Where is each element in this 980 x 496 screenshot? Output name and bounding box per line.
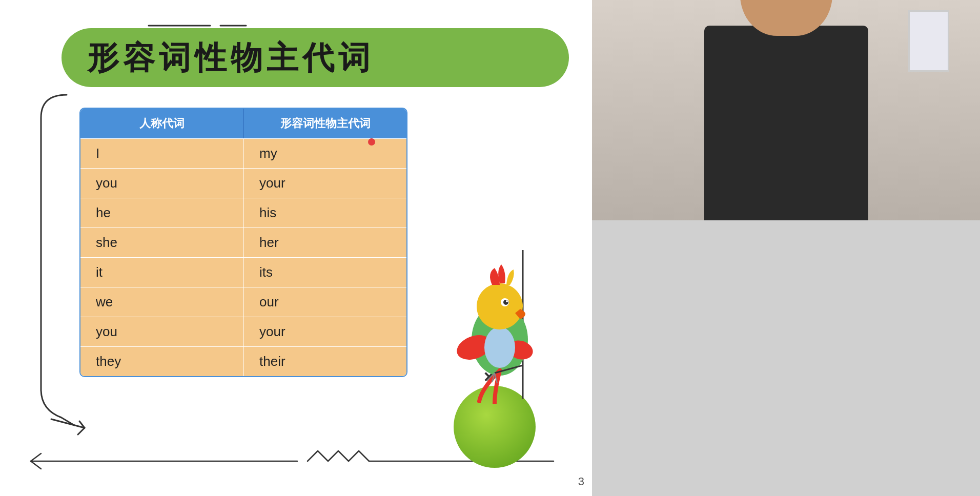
possessive-cell: his [244,198,406,228]
svg-line-3 [79,421,85,428]
svg-point-14 [503,300,508,305]
table-row: youyour [80,168,406,198]
pronoun-cell: he [80,198,244,228]
table-row: youyour [80,317,406,346]
table-row: itits [80,257,406,287]
pronoun-cell: we [80,287,244,317]
video-panel: 😊 [592,0,980,496]
pronoun-table: 人称代词 形容词性物主代词 Imyyouyourhehissheheritits… [79,108,407,377]
table-header: 人称代词 形容词性物主代词 [80,109,406,138]
svg-point-12 [477,283,523,329]
title-banner: 形容词性物主代词 [62,28,569,87]
pronoun-cell: it [80,258,244,287]
pronoun-cell: you [80,317,244,346]
video-feed: 😊 [592,0,980,220]
slide-area: 形容词性物主代词 人称代词 形容词性物主代词 Imyyouyourhehissh… [0,0,592,496]
table-body: Imyyouyourhehissheherititsweouryouyourth… [80,138,406,376]
pronoun-cell: she [80,228,244,257]
svg-line-6 [31,453,41,461]
col1-header: 人称代词 [80,109,244,138]
possessive-cell: its [244,258,406,287]
col2-header: 形容词性物主代词 [244,109,406,138]
possessive-cell: their [244,347,406,376]
parrot-illustration [420,240,564,404]
table-row: sheher [80,228,406,257]
page-number: 3 [578,475,584,488]
table-row: Imy [80,138,406,168]
possessive-cell: her [244,228,406,257]
red-dot-indicator [368,138,375,146]
pronoun-cell: you [80,169,244,198]
pronoun-cell: they [80,347,244,376]
possessive-cell: my [244,139,406,168]
video-lower-area [592,220,980,496]
table-row: hehis [80,198,406,228]
slide-title: 形容词性物主代词 [87,36,374,79]
possessive-cell: our [244,287,406,317]
table-row: theytheir [80,346,406,376]
possessive-cell: your [244,169,406,198]
table-row: weour [80,287,406,317]
pronoun-cell: I [80,139,244,168]
svg-line-5 [31,461,41,469]
possessive-cell: your [244,317,406,346]
svg-point-11 [484,327,515,368]
svg-line-2 [51,419,85,428]
svg-line-4 [78,428,85,435]
svg-point-15 [506,300,508,302]
